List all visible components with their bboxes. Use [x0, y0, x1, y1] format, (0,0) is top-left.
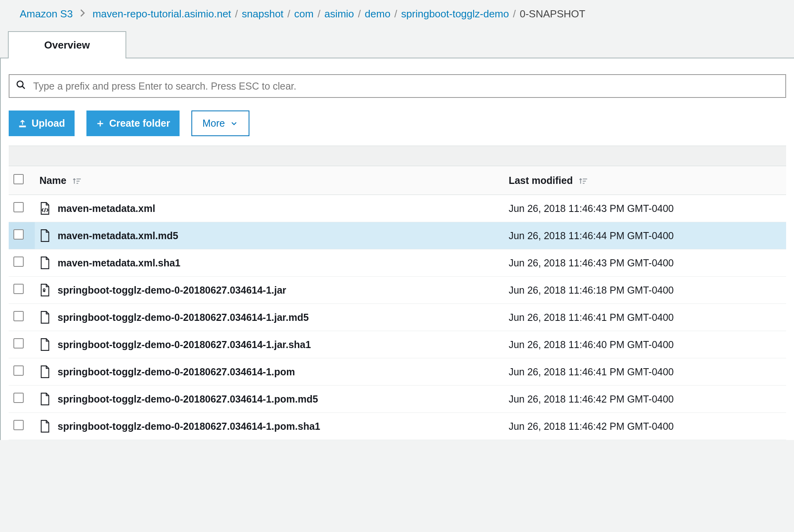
breadcrumb-link[interactable]: springboot-togglz-demo: [401, 8, 509, 20]
table-row[interactable]: springboot-togglz-demo-0-20180627.034614…: [9, 277, 786, 304]
row-checkbox[interactable]: [13, 229, 24, 240]
last-modified-cell: Jun 26, 2018 11:46:42 PM GMT-0400: [504, 386, 786, 413]
file-icon: [39, 311, 51, 324]
file-name: springboot-togglz-demo-0-20180627.034614…: [58, 421, 320, 432]
select-all-checkbox[interactable]: [13, 174, 24, 184]
breadcrumb-separator: /: [394, 8, 397, 20]
row-checkbox[interactable]: [13, 257, 24, 267]
table-row[interactable]: springboot-togglz-demo-0-20180627.034614…: [9, 358, 786, 386]
search-icon: [16, 80, 26, 92]
file-name: springboot-togglz-demo-0-20180627.034614…: [58, 366, 295, 378]
breadcrumb-link[interactable]: maven-repo-tutorial.asimio.net: [92, 8, 231, 20]
file-icon: [39, 229, 51, 242]
breadcrumb-link[interactable]: com: [294, 8, 314, 20]
tab-overview[interactable]: Overview: [8, 31, 126, 58]
table-row[interactable]: springboot-togglz-demo-0-20180627.034614…: [9, 413, 786, 440]
chevron-down-icon: [230, 119, 238, 128]
last-modified-cell: Jun 26, 2018 11:46:44 PM GMT-0400: [504, 222, 786, 249]
last-modified-cell: Jun 26, 2018 11:46:41 PM GMT-0400: [504, 304, 786, 331]
create-folder-label: Create folder: [109, 118, 170, 129]
file-name: maven-metadata.xml.md5: [58, 230, 178, 242]
row-checkbox[interactable]: [13, 202, 24, 212]
breadcrumb: Amazon S3 maven-repo-tutorial.asimio.net…: [0, 0, 794, 30]
file-name: maven-metadata.xml: [58, 203, 155, 214]
more-button[interactable]: More: [191, 111, 249, 136]
tab-bar: Overview: [0, 30, 794, 58]
file-icon: [39, 365, 51, 378]
search-input[interactable]: [33, 81, 779, 92]
table-row[interactable]: springboot-togglz-demo-0-20180627.034614…: [9, 304, 786, 331]
file-icon: [39, 257, 51, 269]
row-checkbox[interactable]: [13, 338, 24, 348]
file-name: springboot-togglz-demo-0-20180627.034614…: [58, 312, 309, 323]
table-row[interactable]: maven-metadata.xml.sha1Jun 26, 2018 11:4…: [9, 249, 786, 277]
column-header-last-modified-label: Last modified: [509, 175, 573, 186]
breadcrumb-root-link[interactable]: Amazon S3: [20, 8, 73, 20]
column-header-select: [9, 166, 35, 195]
file-icon: [39, 284, 51, 296]
breadcrumb-separator: /: [287, 8, 290, 20]
sort-icon: [579, 178, 588, 185]
table-top-divider: [9, 146, 786, 166]
column-header-name-label: Name: [39, 175, 66, 186]
file-name: maven-metadata.xml.sha1: [58, 257, 180, 269]
breadcrumb-separator: /: [358, 8, 361, 20]
file-name: springboot-togglz-demo-0-20180627.034614…: [58, 393, 318, 405]
table-row[interactable]: maven-metadata.xmlJun 26, 2018 11:46:43 …: [9, 195, 786, 222]
last-modified-cell: Jun 26, 2018 11:46:40 PM GMT-0400: [504, 331, 786, 358]
table-row[interactable]: maven-metadata.xml.md5Jun 26, 2018 11:46…: [9, 222, 786, 249]
file-icon: [39, 202, 51, 215]
content-panel: Upload Create folder More Name: [0, 58, 794, 440]
file-icon: [39, 393, 51, 405]
row-checkbox[interactable]: [13, 420, 24, 430]
last-modified-cell: Jun 26, 2018 11:46:43 PM GMT-0400: [504, 249, 786, 277]
last-modified-cell: Jun 26, 2018 11:46:42 PM GMT-0400: [504, 413, 786, 440]
table-row[interactable]: springboot-togglz-demo-0-20180627.034614…: [9, 331, 786, 358]
file-icon: [39, 338, 51, 351]
svg-point-1: [17, 81, 23, 87]
breadcrumb-separator: /: [235, 8, 238, 20]
file-name: springboot-togglz-demo-0-20180627.034614…: [58, 285, 286, 296]
upload-label: Upload: [32, 118, 65, 129]
search-box[interactable]: [9, 74, 786, 98]
plus-icon: [96, 119, 105, 128]
chevron-right-icon: [78, 9, 87, 20]
last-modified-cell: Jun 26, 2018 11:46:41 PM GMT-0400: [504, 358, 786, 386]
upload-button[interactable]: Upload: [9, 111, 75, 136]
breadcrumb-link[interactable]: demo: [365, 8, 390, 20]
breadcrumb-current: 0-SNAPSHOT: [520, 8, 585, 20]
create-folder-button[interactable]: Create folder: [86, 111, 180, 136]
row-checkbox[interactable]: [13, 393, 24, 403]
last-modified-cell: Jun 26, 2018 11:46:43 PM GMT-0400: [504, 195, 786, 222]
column-header-last-modified[interactable]: Last modified: [504, 166, 786, 195]
breadcrumb-separator: /: [318, 8, 320, 20]
file-name: springboot-togglz-demo-0-20180627.034614…: [58, 339, 311, 350]
column-header-name[interactable]: Name: [35, 166, 504, 195]
action-bar: Upload Create folder More: [1, 107, 794, 146]
sort-icon: [73, 178, 82, 185]
last-modified-cell: Jun 26, 2018 11:46:18 PM GMT-0400: [504, 277, 786, 304]
table-row[interactable]: springboot-togglz-demo-0-20180627.034614…: [9, 386, 786, 413]
breadcrumb-link[interactable]: asimio: [324, 8, 354, 20]
row-checkbox[interactable]: [13, 284, 24, 294]
more-label: More: [202, 118, 225, 129]
breadcrumb-link[interactable]: snapshot: [242, 8, 284, 20]
breadcrumb-separator: /: [513, 8, 516, 20]
row-checkbox[interactable]: [13, 365, 24, 376]
row-checkbox[interactable]: [13, 311, 24, 321]
object-table: Name Last modified maven-metadata.xmlJun…: [9, 166, 786, 440]
upload-icon: [18, 119, 27, 128]
file-icon: [39, 420, 51, 433]
